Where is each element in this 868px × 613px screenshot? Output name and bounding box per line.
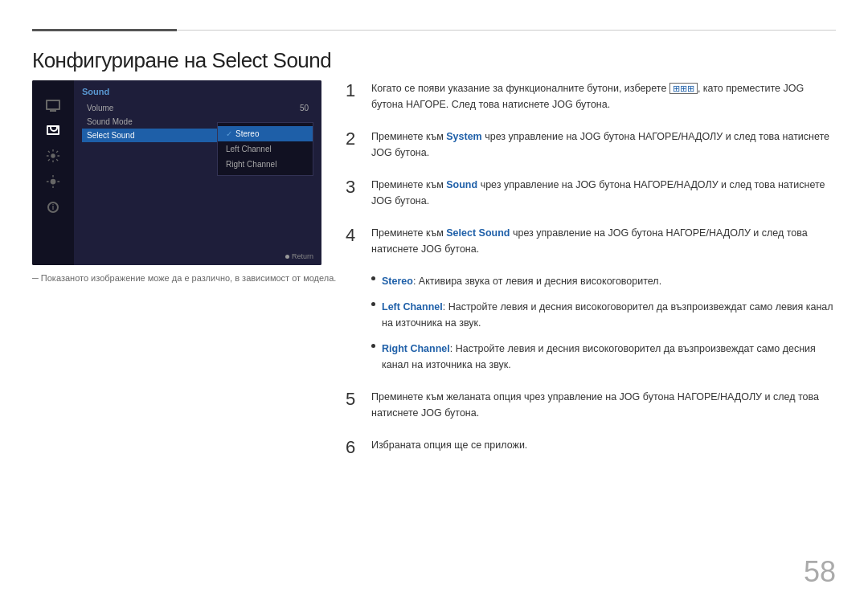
bullet-stereo-text: Stereo: Активира звука от левия и десния… [382, 273, 661, 289]
svg-point-0 [51, 153, 55, 157]
tv-volume-label: Volume [87, 104, 113, 112]
bullet-dot-right [371, 344, 375, 348]
tv-volume-value: 50 [300, 104, 309, 112]
tv-volume-row: 50 [293, 104, 309, 112]
step-2-number: 2 [346, 129, 362, 149]
step-3-number: 3 [346, 177, 362, 198]
bullet-dot-left [371, 302, 375, 306]
step-6-number: 6 [346, 437, 362, 458]
tv-icon-gear [42, 174, 64, 190]
content-area: 1 Когато се появи указание за функционал… [346, 80, 836, 474]
tv-stereo-label: Stereo [235, 129, 259, 138]
step-3: 3 Преминете към Sound чрез управление на… [346, 177, 836, 209]
bullet-right-text: Right Channel: Настройте левия и десния … [382, 341, 836, 373]
bullet-right-channel: Right Channel: Настройте левия и десния … [371, 341, 836, 373]
tv-return-text: Return [292, 252, 313, 260]
step-5-text: Преминете към желаната опция чрез управл… [371, 389, 836, 421]
step-2-text: Преминете към System чрез управление на … [371, 129, 836, 161]
tv-sound-mode-label: Sound Mode [87, 117, 133, 126]
tv-icon-info: i [42, 199, 64, 215]
step-1-text: Когато се появи указание за функционални… [371, 80, 836, 112]
step-6: 6 Избраната опция ще се приложи. [346, 437, 836, 458]
step-1-number: 1 [346, 80, 362, 101]
step-5-number: 5 [346, 389, 362, 410]
step-4-text: Преминете към Select Sound чрез управлен… [371, 225, 836, 257]
bullet-left-text: Left Channel: Настройте левия и десния в… [382, 299, 836, 331]
tv-submenu-left: Left Channel [218, 141, 313, 157]
bullet-dot-stereo [371, 276, 375, 280]
tv-volume-item: Volume 50 [82, 101, 313, 115]
bullet-left-channel: Left Channel: Настройте левия и десния в… [371, 299, 836, 331]
svg-point-1 [51, 179, 55, 183]
tv-submenu: ✓ Stereo Left Channel Right Channel [217, 122, 313, 176]
page-title: Конфигуриране на Select Sound [32, 48, 331, 73]
tv-model-note: ─ Показаното изображение може да е разли… [32, 273, 336, 283]
step-4-number: 4 [346, 225, 362, 246]
step-4: 4 Преминете към Select Sound чрез управл… [346, 225, 836, 257]
tv-return-label: Return [285, 252, 313, 260]
bullet-stereo: Stereo: Активира звука от левия и десния… [371, 273, 836, 289]
tv-submenu-right: Right Channel [218, 157, 313, 172]
step-1: 1 Когато се появи указание за функционал… [346, 80, 836, 112]
step-5: 5 Преминете към желаната опция чрез упра… [346, 389, 836, 421]
tv-menu-content: Sound Volume 50 Sound Mode Select Sound … [74, 80, 321, 265]
tv-select-sound-label: Select Sound [87, 131, 135, 140]
tv-left-channel-label: Left Channel [226, 145, 272, 153]
tv-right-channel-label: Right Channel [226, 160, 276, 169]
tv-icon-picture [42, 122, 64, 138]
tv-check-icon: ✓ [226, 129, 232, 138]
tv-icon-monitor [42, 96, 64, 112]
tv-menu-title: Sound [82, 87, 313, 96]
tv-screenshot: i Sound Volume 50 Sound Mode Select Soun… [32, 80, 321, 265]
step-6-text: Избраната опция ще се приложи. [371, 437, 836, 453]
top-decorative-lines [32, 29, 836, 31]
tv-icon-settings [42, 148, 64, 164]
bullet-list: Stereo: Активира звука от левия и десния… [371, 273, 836, 373]
page-number: 58 [804, 555, 836, 589]
step-3-text: Преминете към Sound чрез управление на J… [371, 177, 836, 209]
step-2: 2 Преминете към System чрез управление н… [346, 129, 836, 161]
tv-submenu-stereo: ✓ Stereo [218, 126, 313, 141]
tv-sidebar: i [32, 80, 74, 265]
